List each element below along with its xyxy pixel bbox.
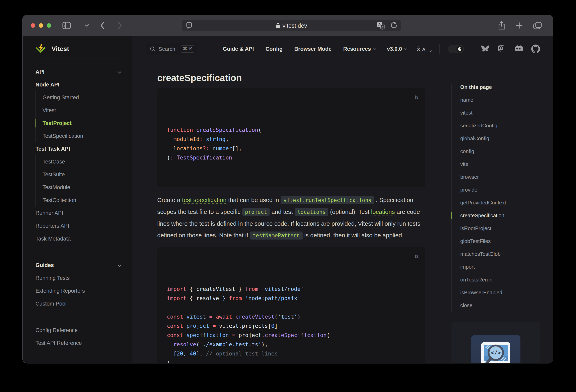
code-line: [20, 40], // optional test lines <box>167 349 416 358</box>
code-lang-badge: ts <box>415 92 419 102</box>
ad-illustration: </> <box>471 335 520 363</box>
github-icon[interactable] <box>531 45 540 53</box>
nav-links: Guide & APIConfigBrowser ModeResourcesv3… <box>223 46 406 52</box>
sidebar-nested-list: Getting StartedVitestTestProjectTestSpec… <box>35 91 120 142</box>
outline-item-vitest[interactable]: vitest <box>460 106 540 119</box>
titlebar: vitest.dev A <box>23 15 553 36</box>
search-placeholder: Search <box>159 46 175 52</box>
sidebar-item-testcase[interactable]: TestCase <box>43 155 120 168</box>
outline-item-name[interactable]: name <box>460 93 540 106</box>
code-line: const vitest = await createVitest('test'… <box>167 312 416 321</box>
sidebar-item-testproject[interactable]: TestProject <box>43 117 120 130</box>
sidebar-item-extending-reporters[interactable]: Extending Reporters <box>35 284 120 297</box>
outline-item-provide[interactable]: provide <box>460 183 540 196</box>
nav-link-config[interactable]: Config <box>265 46 283 52</box>
sponsor-ad-card[interactable]: </> <box>451 322 540 363</box>
doc-link-locations[interactable]: locations <box>371 209 395 215</box>
outline-item-close[interactable]: close <box>460 299 540 312</box>
nav-link-resources[interactable]: Resources <box>343 46 375 52</box>
nav-link-guide-api[interactable]: Guide & API <box>223 46 254 52</box>
sidebar-item-testmodule[interactable]: TestModule <box>43 181 120 194</box>
sidebar-group-guides[interactable]: Guides <box>35 259 120 272</box>
nav-link-browser-mode[interactable]: Browser Mode <box>294 46 332 52</box>
text-run: (optional). Test <box>328 209 371 215</box>
text-run: that can be used in <box>227 197 281 203</box>
forward-button-icon[interactable] <box>117 22 122 29</box>
theme-toggle[interactable] <box>448 45 464 53</box>
reload-icon[interactable] <box>390 22 397 30</box>
reader-view-icon[interactable] <box>186 22 192 29</box>
sidebar-item-config-reference[interactable]: Config Reference <box>35 324 120 337</box>
sidebar-item-getting-started[interactable]: Getting Started <box>43 91 120 104</box>
search-button[interactable]: Search ⌘ K <box>146 43 198 55</box>
bluesky-icon[interactable] <box>481 45 490 53</box>
share-icon[interactable] <box>498 21 505 30</box>
inline-code-locations: locations <box>295 208 328 216</box>
sidebar-item-test-api-reference[interactable]: Test API Reference <box>35 337 120 349</box>
sidebar-item-task-metadata[interactable]: Task Metadata <box>35 232 120 245</box>
sidebar-item-running-tests[interactable]: Running Tests <box>35 272 120 284</box>
inline-code-link-testnamepattern[interactable]: testNamePattern <box>250 232 303 239</box>
sidebar-divider <box>35 59 120 59</box>
sidebar-menu-chevron-icon[interactable] <box>85 24 89 27</box>
code-lang-badge: ts <box>415 252 419 261</box>
outline-item-isbrowserenabled[interactable]: isBrowserEnabled <box>460 286 540 299</box>
zoom-window-button[interactable] <box>47 23 51 28</box>
minimize-window-button[interactable] <box>39 23 43 28</box>
language-menu[interactable]: ẋA <box>417 46 431 52</box>
search-icon <box>150 46 155 52</box>
sidebar-item-testspecification[interactable]: TestSpecification <box>43 130 120 142</box>
sidebar-group-api[interactable]: API <box>35 65 120 78</box>
new-tab-icon[interactable] <box>516 22 523 29</box>
outline-item-serializedconfig[interactable]: serializedConfig <box>460 119 540 132</box>
outline-item-isrootproject[interactable]: isRootProject <box>460 222 540 235</box>
close-window-button[interactable] <box>31 23 35 28</box>
sidebar-item-testsuite[interactable]: TestSuite <box>43 168 120 181</box>
moon-icon <box>458 47 462 51</box>
outline-item-getprovidedcontext[interactable]: getProvidedContext <box>460 196 540 209</box>
inline-code-link-vitest-runtestspecifications[interactable]: vitest.runTestSpecifications <box>281 197 374 204</box>
text-run: Create a <box>157 197 182 203</box>
code-line: const project = vitest.projects[0] <box>167 321 416 331</box>
outline-item-globalconfig[interactable]: globalConfig <box>460 132 540 145</box>
outline-item-createspecification[interactable]: createSpecification <box>460 209 540 222</box>
nav-link-label: Guide & API <box>223 46 254 52</box>
outline-item-config[interactable]: config <box>460 145 540 158</box>
discord-icon[interactable] <box>514 45 523 53</box>
sidebar-item-runner-api[interactable]: Runner API <box>35 207 120 219</box>
browser-window: vitest.dev A <box>23 15 553 363</box>
page-title: createSpecification <box>157 71 425 84</box>
sidebar-item-test-task-api[interactable]: Test Task API <box>35 142 120 155</box>
translate-icon[interactable]: A <box>377 22 385 30</box>
doc-link-test-specification[interactable]: test specification <box>182 197 227 204</box>
nav-divider <box>472 44 472 54</box>
outline-item-ontestsrerun[interactable]: onTestsRerun <box>460 273 540 286</box>
outline-item-browser[interactable]: browser <box>460 171 540 183</box>
address-bar[interactable]: vitest.dev A <box>182 20 401 31</box>
sidebar-toggle-icon[interactable] <box>62 22 71 29</box>
chevron-down-icon <box>373 47 376 50</box>
sidebar-nav: APINode APIGetting StartedVitestTestProj… <box>35 65 120 349</box>
outline-item-matchestestglob[interactable]: matchesTestGlob <box>460 247 540 260</box>
sidebar: Vitest APINode APIGetting StartedVitestT… <box>23 36 132 363</box>
code-line <box>167 303 416 312</box>
vitest-logo[interactable]: Vitest <box>35 43 120 55</box>
sidebar-item-reporters-api[interactable]: Reporters API <box>35 219 120 232</box>
inline-code: testNamePattern <box>250 232 303 240</box>
mastodon-icon[interactable] <box>498 45 506 53</box>
tab-overview-icon[interactable] <box>533 22 542 30</box>
code-line: import { createVitest } from 'vitest/nod… <box>167 284 416 294</box>
window-controls <box>31 23 51 28</box>
sidebar-item-testcollection[interactable]: TestCollection <box>43 194 120 207</box>
outline-item-vite[interactable]: vite <box>460 158 540 171</box>
sidebar-item-vitest[interactable]: Vitest <box>43 104 120 117</box>
code-block-signature: ts function createSpecification( moduleI… <box>157 88 425 187</box>
sidebar-item-node-api[interactable]: Node API <box>35 78 120 91</box>
outline-item-import[interactable]: import <box>460 260 540 273</box>
outline-item-globtestfiles[interactable]: globTestFiles <box>460 235 540 247</box>
nav-link-v3-0-0[interactable]: v3.0.0 <box>387 46 406 52</box>
back-button-icon[interactable] <box>100 22 105 29</box>
sidebar-divider <box>35 252 120 252</box>
sidebar-item-custom-pool[interactable]: Custom Pool <box>35 297 120 310</box>
code-line: const specification = project.createSpec… <box>167 331 416 340</box>
